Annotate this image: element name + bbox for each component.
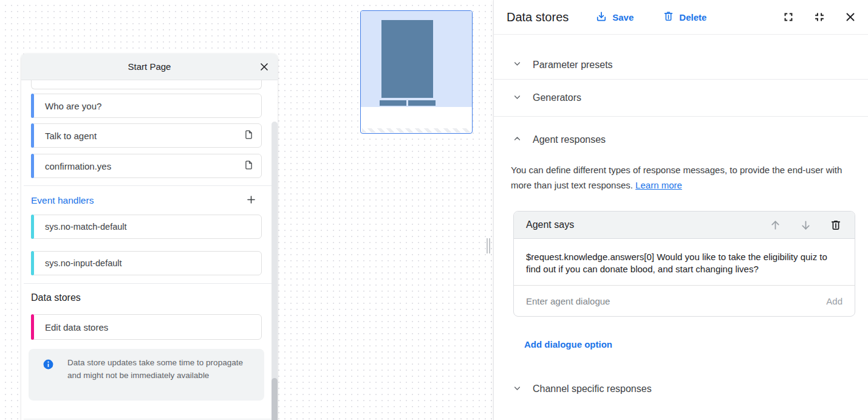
add-event-handler-icon[interactable] xyxy=(245,194,257,208)
section-parameter-presets[interactable]: Parameter presets xyxy=(494,50,868,80)
divider xyxy=(24,419,278,419)
chevron-down-icon xyxy=(512,58,522,71)
event-handler-item[interactable]: sys.no-input-default xyxy=(31,251,262,275)
close-icon[interactable] xyxy=(258,61,270,73)
panel-resize-handle[interactable] xyxy=(489,238,490,253)
agent-dialogue-text[interactable]: $request.knowledge.answers[0] Would you … xyxy=(514,239,855,286)
section-generators[interactable]: Generators xyxy=(494,80,868,117)
route-label: confirmation.yes xyxy=(45,161,111,171)
delete-label: Delete xyxy=(679,12,706,22)
event-handlers-heading[interactable]: Event handlers xyxy=(31,195,94,206)
page-icon xyxy=(244,129,254,142)
chevron-down-icon xyxy=(512,92,522,105)
route-item[interactable]: confirmation.yes xyxy=(31,154,262,178)
data-store-accent-bar xyxy=(31,314,34,340)
section-label: Agent responses xyxy=(533,134,606,145)
divider xyxy=(24,283,278,284)
route-item-partial[interactable] xyxy=(31,80,262,89)
page-icon xyxy=(244,160,254,172)
flow-node-preview[interactable] xyxy=(360,10,473,134)
chevron-down-icon xyxy=(512,383,522,396)
close-panel-icon[interactable] xyxy=(844,10,857,24)
route-accent-bar xyxy=(31,94,34,118)
add-button[interactable]: Add xyxy=(826,296,842,306)
agent-dialogue-input[interactable] xyxy=(526,296,826,306)
section-label: Generators xyxy=(533,92,581,103)
scrollbar-thumb[interactable] xyxy=(272,378,278,420)
data-stores-inspector-panel: Data stores Save Delete xyxy=(493,0,868,420)
event-handler-label: sys.no-input-default xyxy=(45,258,122,268)
info-icon xyxy=(29,356,67,393)
route-accent-bar xyxy=(31,154,34,178)
save-label: Save xyxy=(612,12,634,22)
info-note: Data store updates take some time to pro… xyxy=(29,349,264,401)
start-page-card: Start Page Who are you? Talk to agent xyxy=(21,53,278,420)
section-channel-specific-responses[interactable]: Channel specific responses xyxy=(494,374,868,404)
learn-more-link[interactable]: Learn more xyxy=(635,180,682,190)
agent-dialogue-input-row: Add xyxy=(514,286,855,316)
minimap-hatch-strip xyxy=(362,128,471,133)
route-item[interactable]: Talk to agent xyxy=(31,123,262,148)
data-store-item[interactable]: Edit data stores xyxy=(31,314,262,340)
scrollbar-track[interactable] xyxy=(272,122,278,420)
section-label: Channel specific responses xyxy=(533,384,652,394)
route-label: Talk to agent xyxy=(45,131,97,141)
event-handlers-row: Event handlers xyxy=(31,191,262,210)
route-label: Who are you? xyxy=(45,101,101,111)
agent-says-title: Agent says xyxy=(526,219,574,230)
event-handler-accent-bar xyxy=(31,251,34,275)
save-icon xyxy=(595,10,607,24)
info-note-text: Data store updates take some time to pro… xyxy=(67,356,250,393)
event-handler-item[interactable]: sys.no-match-default xyxy=(31,215,262,239)
inspector-title: Data stores xyxy=(507,10,569,24)
delete-response-icon[interactable] xyxy=(829,218,842,232)
data-store-label: Edit data stores xyxy=(45,322,108,332)
panel-resize-handle[interactable] xyxy=(487,238,488,253)
minimap-node-rect xyxy=(381,20,433,98)
agent-says-card: Agent says $request.knowledge.answers[0]… xyxy=(513,211,855,317)
data-stores-heading: Data stores xyxy=(31,291,278,305)
fullscreen-icon[interactable] xyxy=(782,10,795,24)
inspector-header: Data stores Save Delete xyxy=(494,0,868,35)
event-handler-label: sys.no-match-default xyxy=(45,222,127,232)
section-agent-responses[interactable]: Agent responses xyxy=(494,117,868,162)
fullscreen-exit-icon[interactable] xyxy=(813,10,826,24)
event-handler-accent-bar xyxy=(31,215,34,239)
section-label: Parameter presets xyxy=(533,60,613,71)
start-page-header[interactable]: Start Page xyxy=(21,53,278,80)
delete-icon xyxy=(663,10,674,24)
divider xyxy=(24,185,278,186)
agent-says-header: Agent says xyxy=(514,212,855,239)
move-up-icon[interactable] xyxy=(768,218,782,232)
delete-button[interactable]: Delete xyxy=(663,10,706,24)
save-button[interactable]: Save xyxy=(595,10,634,24)
route-accent-bar xyxy=(31,123,34,148)
chevron-up-icon xyxy=(512,133,522,146)
start-page-title: Start Page xyxy=(128,61,171,72)
route-item[interactable]: Who are you? xyxy=(31,94,262,118)
add-dialogue-option-link[interactable]: Add dialogue option xyxy=(524,339,612,349)
minimap-node-bar xyxy=(380,100,406,106)
move-down-icon[interactable] xyxy=(799,218,812,232)
agent-responses-description: You can define different types of respon… xyxy=(511,162,862,193)
minimap-node-bar xyxy=(408,100,436,106)
